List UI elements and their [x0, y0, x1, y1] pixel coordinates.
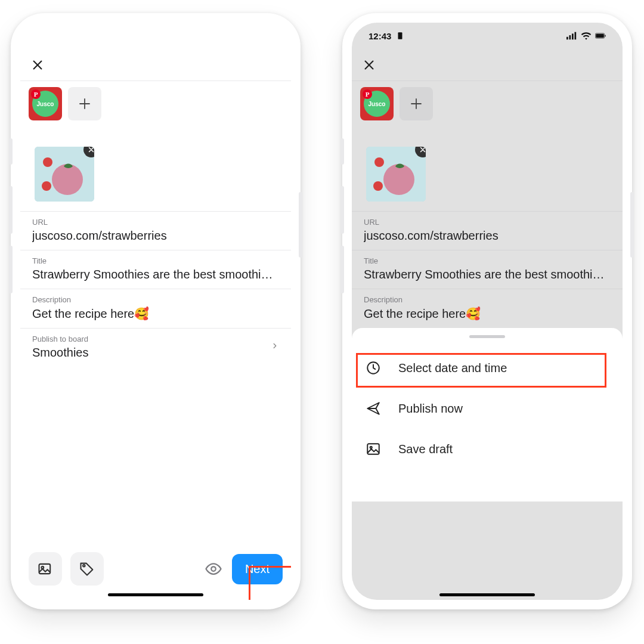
- preview-button[interactable]: [205, 560, 222, 578]
- title-value: Strawberry Smoothies are the best smooth…: [32, 268, 279, 281]
- svg-rect-15: [605, 35, 605, 36]
- media-button[interactable]: [29, 552, 62, 586]
- svg-point-1: [52, 164, 83, 195]
- publish-now-option[interactable]: Publish now: [352, 388, 623, 429]
- cellular-icon: [566, 32, 577, 40]
- title-value: Strawberry Smoothies are the best smooth…: [364, 268, 611, 281]
- brand-label: Jusco: [369, 101, 386, 107]
- schedule-label: Select date and time: [398, 361, 507, 375]
- svg-point-22: [370, 447, 372, 448]
- url-label: URL: [364, 218, 611, 227]
- add-account-button[interactable]: [400, 87, 433, 120]
- save-draft-option[interactable]: Save draft: [352, 429, 623, 469]
- publish-now-label: Publish now: [398, 402, 463, 416]
- svg-rect-11: [572, 33, 574, 39]
- description-field[interactable]: Description Get the recipe here🥰: [20, 289, 291, 328]
- status-time: 12:43: [369, 31, 391, 41]
- home-indicator[interactable]: [439, 593, 535, 596]
- publish-action-sheet: Select date and time Publish now Save dr…: [352, 328, 623, 501]
- image-thumbnail[interactable]: [366, 147, 426, 202]
- add-account-button[interactable]: [68, 87, 101, 120]
- url-value: juscoso.com/strawberries: [32, 229, 279, 243]
- brand-label: Jusco: [37, 101, 54, 107]
- screen-publish-sheet: 12:43 P Jusco: [352, 23, 623, 600]
- schedule-option[interactable]: Select date and time: [352, 348, 623, 388]
- status-bar: 12:43: [352, 23, 623, 49]
- account-selector: P Jusco: [352, 81, 623, 125]
- phone-right: 12:43 P Jusco: [342, 13, 632, 609]
- board-value: Smoothies: [32, 346, 89, 360]
- pinterest-badge-icon: P: [363, 89, 372, 99]
- url-field[interactable]: URL juscoso.com/strawberries: [20, 211, 291, 250]
- sheet-grabber[interactable]: [469, 335, 505, 338]
- account-chip-jusco[interactable]: P Jusco: [29, 87, 62, 120]
- person-icon: [395, 32, 405, 40]
- screen-create-pin: P Jusco URL: [20, 23, 291, 600]
- svg-rect-14: [596, 34, 604, 38]
- svg-rect-9: [566, 37, 568, 40]
- svg-point-3: [42, 181, 51, 191]
- svg-point-2: [43, 157, 52, 167]
- svg-rect-4: [39, 564, 51, 574]
- image-preview-area: [20, 125, 291, 211]
- board-label: Publish to board: [32, 335, 89, 343]
- image-preview-area: [352, 125, 623, 211]
- svg-point-7: [211, 566, 216, 571]
- description-field[interactable]: Description Get the recipe here🥰: [352, 289, 623, 328]
- title-field[interactable]: Title Strawberry Smoothies are the best …: [352, 250, 623, 289]
- image-thumbnail[interactable]: [35, 147, 94, 202]
- close-button[interactable]: [360, 56, 378, 74]
- battery-icon: [595, 32, 606, 40]
- account-chip-jusco[interactable]: P Jusco: [360, 87, 394, 120]
- top-bar: [20, 49, 291, 81]
- svg-point-6: [83, 565, 85, 567]
- svg-rect-21: [367, 444, 379, 454]
- save-draft-label: Save draft: [398, 442, 453, 456]
- svg-rect-8: [398, 32, 402, 39]
- svg-point-17: [383, 164, 414, 195]
- tag-button[interactable]: [70, 552, 104, 586]
- svg-point-19: [373, 181, 383, 191]
- svg-rect-10: [569, 35, 571, 39]
- image-icon: [365, 441, 382, 457]
- close-button[interactable]: [29, 56, 47, 74]
- url-field[interactable]: URL juscoso.com/strawberries: [352, 211, 623, 250]
- next-button[interactable]: Next: [232, 554, 283, 584]
- pinterest-badge-icon: P: [31, 89, 41, 99]
- description-label: Description: [364, 295, 611, 304]
- description-value: Get the recipe here🥰: [364, 306, 611, 321]
- home-indicator[interactable]: [108, 593, 203, 596]
- title-label: Title: [364, 256, 611, 265]
- wifi-icon: [581, 32, 592, 40]
- url-value: juscoso.com/strawberries: [364, 229, 611, 243]
- description-value: Get the recipe here🥰: [32, 306, 279, 321]
- clock-icon: [365, 360, 382, 376]
- svg-rect-12: [575, 32, 577, 40]
- phone-left: P Jusco URL: [11, 13, 301, 609]
- account-selector: P Jusco: [20, 81, 291, 125]
- url-label: URL: [32, 218, 279, 227]
- title-field[interactable]: Title Strawberry Smoothies are the best …: [20, 250, 291, 289]
- chevron-right-icon: [271, 339, 279, 355]
- top-bar: [352, 49, 623, 81]
- description-label: Description: [32, 295, 279, 304]
- send-icon: [365, 400, 382, 417]
- svg-point-18: [374, 157, 384, 167]
- publish-board-field[interactable]: Publish to board Smoothies: [20, 328, 291, 367]
- bottom-bar: Next: [20, 547, 291, 600]
- title-label: Title: [32, 256, 279, 265]
